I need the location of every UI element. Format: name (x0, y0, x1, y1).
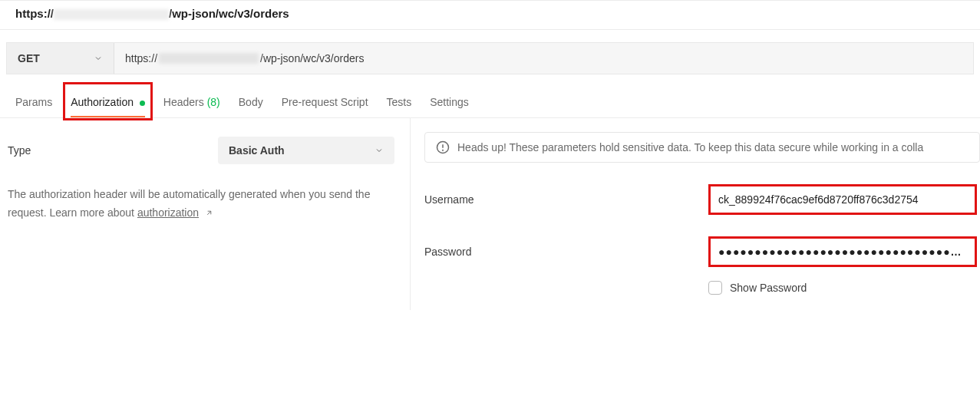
headers-count: (8) (207, 96, 220, 108)
auth-credentials-panel: Heads up! These parameters hold sensitiv… (411, 118, 980, 310)
url-input-prefix: https:// (125, 52, 157, 64)
auth-type-select[interactable]: Basic Auth (218, 137, 394, 164)
auth-type-panel: Type Basic Auth The authorization header… (0, 118, 411, 310)
svg-point-2 (443, 150, 444, 150)
tab-authorization[interactable]: Authorization (71, 88, 145, 117)
show-password-label: Show Password (730, 282, 807, 294)
url-input-suffix: /wp-json/wc/v3/orders (260, 52, 364, 64)
username-input[interactable] (708, 184, 977, 215)
chevron-down-icon (94, 54, 103, 63)
auth-type-value: Basic Auth (229, 144, 285, 157)
show-password-checkbox[interactable] (708, 281, 722, 295)
request-title: https:///wp-json/wc/v3/orders (0, 0, 980, 30)
help-text: The authorization header will be automat… (8, 186, 394, 223)
tab-authorization-label: Authorization (71, 96, 134, 108)
tab-params[interactable]: Params (15, 88, 52, 117)
method-value: GET (18, 52, 40, 64)
url-input[interactable]: https:///wp-json/wc/v3/orders (114, 43, 973, 74)
password-label: Password (424, 246, 708, 258)
method-select[interactable]: GET (7, 43, 114, 74)
tab-pre-request[interactable]: Pre-request Script (282, 88, 368, 117)
type-label: Type (8, 144, 31, 157)
tab-body[interactable]: Body (239, 88, 263, 117)
password-input[interactable]: ●●●●●●●●●●●●●●●●●●●●●●●●●●●●●●●●●●●●● (708, 236, 977, 267)
tab-settings[interactable]: Settings (430, 88, 469, 117)
alert-text: Heads up! These parameters hold sensitiv… (457, 141, 923, 153)
username-label: Username (424, 193, 708, 206)
chevron-down-icon (375, 146, 384, 155)
tab-headers-label: Headers (163, 96, 204, 108)
status-dot-icon (140, 101, 145, 106)
redacted-domain (54, 9, 169, 20)
external-link-icon (205, 205, 213, 223)
redacted-domain-input (159, 53, 259, 64)
authorization-link[interactable]: authorization (137, 206, 199, 219)
sensitive-data-alert: Heads up! These parameters hold sensitiv… (424, 132, 980, 163)
url-suffix: /wp-json/wc/v3/orders (169, 7, 289, 20)
tab-headers[interactable]: Headers (8) (163, 88, 220, 117)
tab-tests[interactable]: Tests (387, 88, 412, 117)
warning-icon (436, 140, 450, 154)
content-area: Type Basic Auth The authorization header… (0, 118, 980, 310)
request-bar: GET https:///wp-json/wc/v3/orders (6, 42, 974, 74)
url-prefix: https:// (15, 7, 54, 20)
request-tabs: Params Authorization Headers (8) Body Pr… (0, 88, 980, 118)
